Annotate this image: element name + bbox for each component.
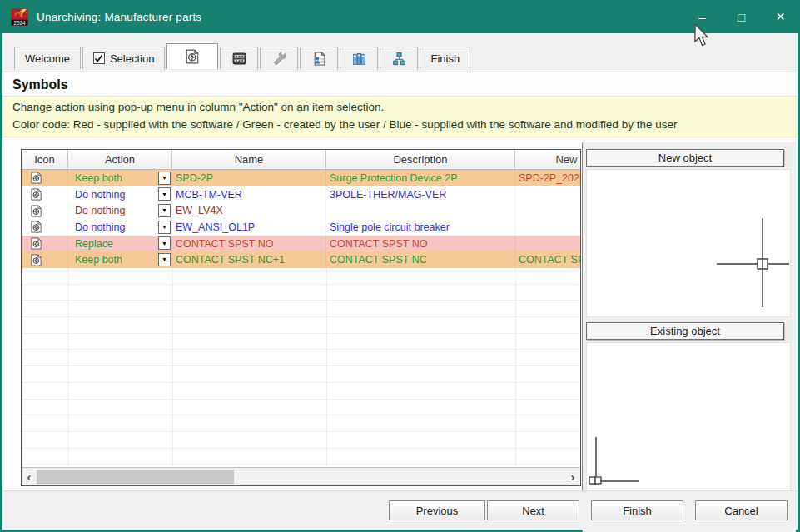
symbol-page-icon xyxy=(30,188,42,201)
column-header-action[interactable]: Action xyxy=(68,150,172,169)
symbol-page-icon xyxy=(185,49,200,64)
mouse-cursor xyxy=(693,23,712,48)
wrench-icon xyxy=(272,52,286,66)
tree-structure-icon xyxy=(392,52,406,66)
row-symbol-icon-cell xyxy=(22,236,68,252)
column-header-icon[interactable]: Icon xyxy=(22,150,68,169)
new-name-cell xyxy=(515,236,581,252)
symbol-page-icon xyxy=(30,172,42,184)
action-cell: Keep both▼ xyxy=(68,251,172,268)
row-symbol-icon-cell xyxy=(22,219,68,236)
catalog-books-icon xyxy=(352,52,366,66)
tab-settings[interactable] xyxy=(260,47,298,69)
tab-symbols[interactable] xyxy=(166,43,218,69)
action-value: Keep both xyxy=(75,172,122,184)
instruction-notice: Change action using pop-up menu in colum… xyxy=(2,96,798,137)
action-dropdown-button[interactable]: ▼ xyxy=(158,253,171,266)
row-symbol-icon-cell xyxy=(22,251,68,268)
table-row[interactable]: Replace▼ CONTACT SPST NO CONTACT SPST NO xyxy=(22,236,581,252)
action-cell: Replace▼ xyxy=(68,236,172,252)
row-symbol-icon-cell xyxy=(22,186,68,203)
scroll-right-arrow[interactable]: › xyxy=(565,468,580,485)
tab-contacts[interactable] xyxy=(300,47,338,69)
empty-grid-area xyxy=(22,268,581,467)
table-header-row: Icon Action Name Description New name xyxy=(22,150,581,170)
previous-button[interactable]: Previous xyxy=(389,500,485,520)
next-button[interactable]: Next xyxy=(487,500,579,520)
scroll-left-arrow[interactable]: ‹ xyxy=(22,468,37,485)
name-cell: EW_LV4X xyxy=(172,202,326,219)
preview-panel: New object Existing object xyxy=(582,142,796,532)
action-dropdown-button[interactable]: ▼ xyxy=(158,221,171,234)
terminal-strip-icon xyxy=(232,52,246,66)
window-title: Unarchiving: Manufacturer parts xyxy=(37,11,201,23)
name-cell: CONTACT SPST NO xyxy=(172,236,326,252)
table-row[interactable]: Keep both▼ CONTACT SPST NC+1 CONTACT SPS… xyxy=(22,251,581,268)
app-logo-icon: 2024 xyxy=(11,8,28,26)
action-cell: Do nothing▼ xyxy=(68,219,172,236)
page-title: Symbols xyxy=(2,72,798,96)
app-logo-year: 2024 xyxy=(13,19,26,25)
table-row[interactable]: Do nothing▼ EW_ANSI_OL1P Single pole cir… xyxy=(22,219,581,236)
symbol-page-icon xyxy=(30,237,42,250)
maximize-button[interactable]: □ xyxy=(722,0,761,33)
new-name-cell xyxy=(515,186,581,203)
column-header-description[interactable]: Description xyxy=(326,150,515,169)
table-row[interactable]: Keep both▼ SPD-2P Surge Protection Devic… xyxy=(22,170,581,186)
name-cell: MCB-TM-VER xyxy=(172,186,326,203)
new-name-cell xyxy=(515,219,581,236)
cancel-button[interactable]: Cancel xyxy=(695,500,788,520)
finish-button[interactable]: Finish xyxy=(591,500,683,520)
notice-line-2: Color code: Red - supplied with the soft… xyxy=(12,116,788,133)
name-cell: SPD-2P xyxy=(172,170,326,186)
action-dropdown-button[interactable]: ▼ xyxy=(158,187,171,201)
tab-selection-label: Selection xyxy=(110,52,154,65)
action-dropdown-button[interactable]: ▼ xyxy=(158,236,171,250)
action-value: Do nothing xyxy=(75,189,125,201)
symbol-page-icon xyxy=(30,205,42,217)
new-name-cell: SPD-2P_2025 xyxy=(515,170,581,186)
action-cell: Do nothing▼ xyxy=(68,202,172,219)
table-row[interactable]: Do nothing▼ MCB-TM-VER 3POLE-THER/MAG-VE… xyxy=(22,186,581,203)
new-name-cell: CONTACT SP xyxy=(515,251,581,268)
tab-catalog[interactable] xyxy=(340,47,378,69)
symbol-page-icon xyxy=(30,221,42,233)
action-value: Do nothing xyxy=(75,205,125,216)
selection-checkbox[interactable] xyxy=(93,52,105,64)
tab-finish[interactable]: Finish xyxy=(420,47,470,69)
horizontal-scrollbar[interactable]: ‹ › xyxy=(22,467,580,485)
column-header-name[interactable]: Name xyxy=(172,150,326,169)
name-cell: CONTACT SPST NC+1 xyxy=(172,251,326,268)
action-value: Keep both xyxy=(75,254,122,266)
action-value: Do nothing xyxy=(75,221,125,233)
tab-terminal-strips[interactable] xyxy=(220,47,258,69)
new-name-cell xyxy=(515,202,581,219)
description-cell xyxy=(326,202,515,219)
dialog-window: 2024 Unarchiving: Manufacturer parts – □… xyxy=(0,0,800,532)
action-cell: Keep both▼ xyxy=(68,170,172,186)
description-cell: Single pole circuit breaker xyxy=(326,219,515,236)
tab-selection[interactable]: Selection xyxy=(82,47,165,69)
table-row[interactable]: Do nothing▼ EW_LV4X xyxy=(22,202,581,219)
action-value: Replace xyxy=(75,238,113,250)
close-button[interactable]: ✕ xyxy=(761,0,800,33)
new-object-crosshair-graphic xyxy=(587,170,790,316)
column-header-new-name[interactable]: New name xyxy=(515,150,581,169)
existing-object-crosshair-graphic xyxy=(587,343,790,491)
description-cell: Surge Protection Device 2P xyxy=(326,170,515,186)
description-cell: CONTACT SPST NC xyxy=(326,251,515,268)
new-object-header: New object xyxy=(586,149,784,167)
tab-structure[interactable] xyxy=(380,47,418,69)
action-dropdown-button[interactable]: ▼ xyxy=(158,204,171,217)
action-dropdown-button[interactable]: ▼ xyxy=(158,172,171,185)
checkmark-icon xyxy=(94,54,103,63)
tab-welcome[interactable]: Welcome xyxy=(14,47,81,69)
symbol-page-icon xyxy=(30,254,42,266)
name-cell: EW_ANSI_OL1P xyxy=(172,219,326,236)
wizard-tab-strip: Welcome Selection xyxy=(2,33,798,72)
notice-line-1: Change action using pop-up menu in colum… xyxy=(12,98,788,116)
existing-object-header: Existing object xyxy=(586,322,784,340)
existing-object-preview xyxy=(586,342,791,492)
tab-finish-label: Finish xyxy=(430,52,460,65)
scrollbar-thumb[interactable] xyxy=(37,470,234,484)
